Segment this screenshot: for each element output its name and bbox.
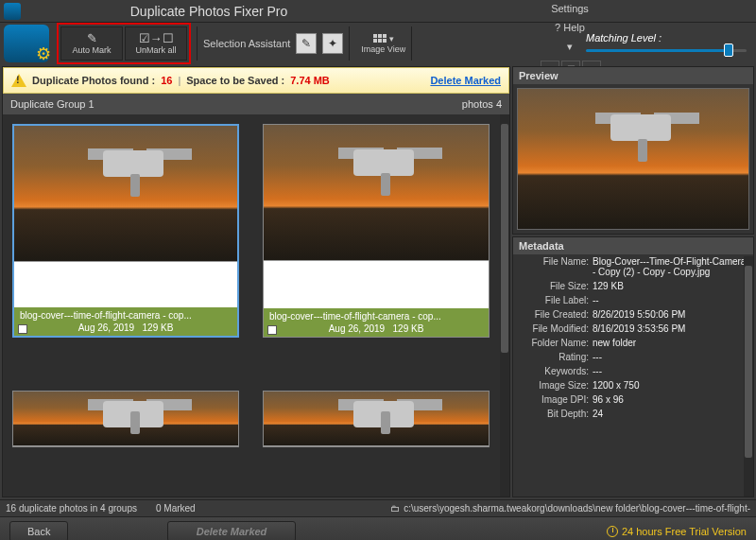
metadata-row: Image Size:1200 x 750 xyxy=(513,378,753,392)
metadata-value: --- xyxy=(593,352,749,362)
preview-panel: Preview xyxy=(512,66,754,235)
thumbnail-checkbox[interactable] xyxy=(267,325,277,335)
wand-icon: ✎ xyxy=(87,32,97,44)
status-marked: 0 Marked xyxy=(156,503,196,514)
unmark-all-button[interactable]: ☑→☐ UnMark all xyxy=(125,26,187,61)
metadata-value: 96 x 96 xyxy=(593,394,749,405)
metadata-key: File Created: xyxy=(517,309,593,320)
metadata-key: File Name: xyxy=(517,256,593,277)
metadata-key: File Size: xyxy=(517,281,593,291)
matching-level-control: Matching Level : xyxy=(586,32,747,55)
settings-link[interactable]: Settings xyxy=(551,3,589,14)
thumbnail-grid: blog-cover---time-of-flight-camera - cop… xyxy=(3,114,509,496)
help-dropdown-icon[interactable]: ▾ xyxy=(567,41,573,53)
metadata-row: File Label:-- xyxy=(513,293,753,307)
separator xyxy=(349,26,350,61)
metadata-row: Keywords:--- xyxy=(513,364,753,378)
separator xyxy=(411,26,412,61)
delete-marked-button[interactable]: Delete Marked xyxy=(167,521,297,541)
metadata-key: File Label: xyxy=(517,295,593,305)
group-name: Duplicate Group 1 xyxy=(10,98,462,110)
trial-notice: 24 hours Free Trial Version xyxy=(607,526,747,537)
thumbnail-image xyxy=(14,126,237,262)
matching-level-slider[interactable] xyxy=(586,45,747,55)
clock-icon xyxy=(607,526,618,537)
metadata-value: new folder xyxy=(593,338,749,348)
thumbnail-card[interactable]: blog-cover---time-of-flight-camera - cop… xyxy=(12,124,239,338)
auto-mark-button[interactable]: ✎ Auto Mark xyxy=(60,26,123,61)
highlight-box: ✎ Auto Mark ☑→☐ UnMark all xyxy=(57,23,191,64)
info-bar: Duplicate Photos found : 16 | Space to b… xyxy=(3,67,509,94)
thumbnail-checkbox[interactable] xyxy=(18,324,27,334)
main-area: Duplicate Photos found : 16 | Space to b… xyxy=(0,64,756,499)
space-label: Space to be Saved : xyxy=(186,75,284,86)
metadata-key: Rating: xyxy=(517,352,593,362)
image-view-button[interactable]: ▾ Image View xyxy=(361,34,405,54)
space-value: 7.74 MB xyxy=(290,75,330,86)
results-pane: Duplicate Photos found : 16 | Space to b… xyxy=(2,66,510,497)
metadata-value: 24 xyxy=(593,409,749,419)
side-pane: Preview Metadata File Name:Blog-Cover---… xyxy=(512,66,754,497)
thumbnail-caption: blog-cover---time-of-flight-camera - cop… xyxy=(264,308,489,337)
thumbnail-image xyxy=(13,392,238,446)
selection-tool-1-button[interactable]: ✎ xyxy=(296,33,317,54)
metadata-key: File Modified: xyxy=(517,323,593,334)
thumbnail-caption: blog-cover---time-of-flight-camera - cop… xyxy=(14,307,237,336)
thumbnail-filename: blog-cover---time-of-flight-camera - cop… xyxy=(20,310,232,321)
metadata-key: Keywords: xyxy=(517,366,593,376)
vertical-scrollbar[interactable] xyxy=(500,114,509,496)
help-link[interactable]: ? Help xyxy=(555,22,585,33)
titlebar: Duplicate Photos Fixer Pro ▾ ✿ Settings … xyxy=(0,0,756,23)
dup-found-label: Duplicate Photos found : xyxy=(32,75,155,86)
group-count: photos 4 xyxy=(462,98,502,110)
selection-assistant-label: Selection Assistant xyxy=(203,38,290,49)
delete-marked-link[interactable]: Delete Marked xyxy=(430,75,501,86)
thumbnail-card[interactable] xyxy=(263,391,490,447)
metadata-row: File Created:8/26/2019 5:50:06 PM xyxy=(513,307,753,322)
footer-bar: Back Delete Marked 24 hours Free Trial V… xyxy=(0,516,756,540)
selection-assistant-group: Selection Assistant ✎ ✦ xyxy=(203,33,343,54)
unmark-all-label: UnMark all xyxy=(135,45,176,55)
image-view-label: Image View xyxy=(361,44,405,54)
metadata-key: Bit Depth: xyxy=(517,409,593,419)
metadata-row: File Size:129 KB xyxy=(513,279,753,293)
status-path: c:\users\yogesh.sharma.tweakorg\download… xyxy=(404,503,750,514)
back-button[interactable]: Back xyxy=(9,521,68,541)
preview-header: Preview xyxy=(513,67,753,84)
trial-label: 24 hours Free Trial Version xyxy=(622,526,747,537)
chevron-down-icon: ▾ xyxy=(389,34,394,44)
metadata-row: File Name:Blog-Cover---Time-Of-Flight-Ca… xyxy=(513,254,753,279)
metadata-header: Metadata xyxy=(513,237,753,254)
metadata-panel: Metadata File Name:Blog-Cover---Time-Of-… xyxy=(512,236,754,497)
metadata-row: Image DPI:96 x 96 xyxy=(513,392,753,407)
preview-image xyxy=(517,88,749,230)
metadata-value: 1200 x 750 xyxy=(593,380,749,391)
warning-icon xyxy=(11,74,26,87)
thumbnail-card[interactable] xyxy=(12,391,239,447)
thumbnail-filename: blog-cover---time-of-flight-camera - cop… xyxy=(269,311,483,322)
folder-icon: 🗀 xyxy=(390,503,400,514)
status-summary: 16 duplicate photos in 4 groups xyxy=(6,503,137,514)
metadata-value: 129 KB xyxy=(593,281,749,291)
metadata-row: Bit Depth:24 xyxy=(513,407,753,421)
thumbnail-card[interactable]: blog-cover---time-of-flight-camera - cop… xyxy=(263,124,490,338)
metadata-row: Rating:--- xyxy=(513,350,753,364)
group-header[interactable]: Duplicate Group 1 photos 4 xyxy=(3,94,509,114)
metadata-value: -- xyxy=(593,295,749,305)
thumbnail-image xyxy=(264,125,489,261)
app-icon xyxy=(4,3,21,20)
metadata-value: 8/16/2019 3:53:56 PM xyxy=(593,323,749,334)
selection-tool-2-button[interactable]: ✦ xyxy=(322,33,343,54)
metadata-key: Folder Name: xyxy=(517,338,593,348)
metadata-row: Folder Name:new folder xyxy=(513,336,753,350)
app-logo-icon xyxy=(4,25,49,62)
unmark-icon: ☑→☐ xyxy=(139,32,174,44)
matching-level-label: Matching Level : xyxy=(586,32,747,44)
metadata-value: 8/26/2019 5:50:06 PM xyxy=(593,309,749,320)
separator xyxy=(197,26,198,61)
vertical-scrollbar[interactable] xyxy=(744,256,753,496)
thumbnail-image xyxy=(264,392,489,446)
metadata-value: --- xyxy=(593,366,749,376)
metadata-row: File Modified:8/16/2019 3:53:56 PM xyxy=(513,322,753,336)
metadata-key: Image Size: xyxy=(517,380,593,391)
